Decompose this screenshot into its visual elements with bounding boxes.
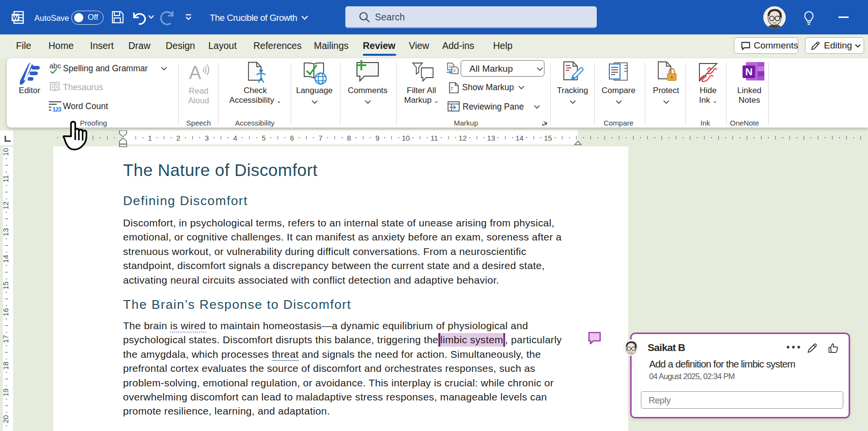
- svg-text:3: 3: [205, 134, 209, 142]
- svg-text:6: 6: [290, 134, 294, 142]
- svg-text:N: N: [745, 66, 752, 77]
- svg-text:11: 11: [431, 134, 438, 142]
- svg-text:10: 10: [1, 148, 10, 156]
- svg-text:123: 123: [52, 106, 62, 112]
- svg-text:20: 20: [1, 415, 10, 423]
- svg-text:11: 11: [1, 175, 10, 183]
- svg-text:12: 12: [1, 201, 10, 209]
- svg-text:14: 14: [515, 134, 524, 142]
- svg-text:2: 2: [176, 134, 180, 142]
- svg-text:W: W: [12, 14, 18, 21]
- svg-text:15: 15: [1, 282, 10, 290]
- svg-text:14: 14: [1, 255, 10, 263]
- svg-text:5: 5: [262, 134, 265, 142]
- svg-text:13: 13: [1, 228, 10, 236]
- svg-text:8: 8: [347, 134, 351, 142]
- svg-text:10: 10: [402, 134, 410, 142]
- svg-text:1: 1: [148, 134, 152, 142]
- svg-text:13: 13: [487, 134, 496, 142]
- svg-text:7: 7: [319, 134, 323, 142]
- svg-text:12: 12: [459, 134, 467, 142]
- svg-text:4: 4: [233, 134, 237, 142]
- svg-text:16: 16: [1, 308, 10, 317]
- svg-text:17: 17: [1, 335, 10, 343]
- svg-text:19: 19: [1, 388, 10, 397]
- svg-text:9: 9: [375, 134, 379, 142]
- svg-text:18: 18: [1, 362, 10, 370]
- svg-text:15: 15: [544, 134, 552, 142]
- svg-text:A: A: [189, 63, 202, 83]
